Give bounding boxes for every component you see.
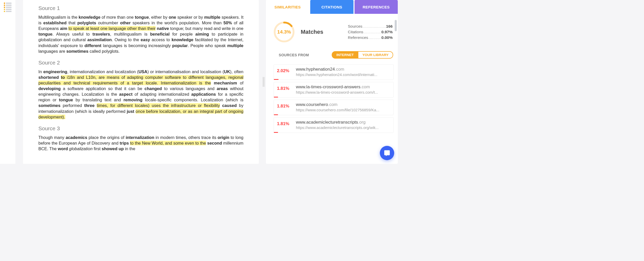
source-domain: www.coursehero.com: [296, 102, 390, 107]
match-ring: 14.3%: [273, 21, 295, 43]
match-stats: Sources ........................ 166 Cit…: [348, 24, 393, 40]
stat-citations: Citations ........................ 0.97%: [348, 30, 393, 34]
source-pct: 1.81%: [277, 102, 292, 112]
outline-icon[interactable]: [3, 2, 13, 11]
source-pct: 2.02%: [277, 67, 292, 77]
match-pct: 14.3%: [273, 21, 295, 43]
stat-value: 0.97%: [381, 30, 393, 34]
match-summary: 14.3% Matches Sources ..................…: [266, 14, 398, 49]
source-body: Though many academics place the origins …: [38, 135, 243, 151]
source-body: In engineering, internationalization and…: [38, 69, 243, 120]
app-root: Source 1Multilingualism is the knowledge…: [0, 0, 399, 164]
document-viewer: Source 1Multilingualism is the knowledge…: [23, 0, 259, 164]
source-item[interactable]: 1.81%www.academiclecturetranscripts.orgh…: [274, 117, 394, 133]
tab-references[interactable]: REFERENCES: [355, 0, 398, 14]
source-domain: www.academiclecturetranscripts.org: [296, 120, 390, 125]
source-heading: Source 1: [38, 5, 243, 11]
source-heading: Source 3: [38, 125, 243, 132]
tab-bar: SIMILARITIES CITATIONS REFERENCES: [266, 0, 398, 14]
sources-from-bar: SOURCES FROM INTERNET YOUR LIBRARY: [266, 49, 398, 62]
stat-value: 0.00%: [381, 35, 393, 40]
source-item[interactable]: 1.81%www.la-times-crossword-answers.comh…: [274, 82, 394, 97]
stat-label: Sources: [348, 24, 362, 29]
source-item[interactable]: 1.81%www.coursehero.comhttps://www.cours…: [274, 100, 394, 115]
source-url: https://www.academiclecturetranscripts.o…: [296, 125, 390, 130]
source-body: Multilingualism is the knowledge of more…: [38, 14, 243, 54]
stat-sources: Sources ........................ 166: [348, 24, 393, 29]
source-item[interactable]: 2.02%www.hyphenation24.comhttps://www.hy…: [274, 64, 394, 80]
pill-your-library[interactable]: YOUR LIBRARY: [358, 51, 393, 59]
stat-label: References: [348, 35, 368, 40]
pill-internet[interactable]: INTERNET: [332, 51, 358, 59]
source-url: https://www.hyphenation24.com/word/inter…: [296, 72, 390, 77]
panel-resize-handle[interactable]: [261, 0, 266, 164]
source-pct: 1.81%: [277, 84, 292, 94]
source-pct: 1.81%: [277, 120, 292, 130]
stat-label: Citations: [348, 30, 363, 34]
stat-references: References ........................ 0.00…: [348, 35, 393, 40]
source-heading: Source 2: [38, 60, 243, 66]
source-url: https://www.coursehero.com/file/10275685…: [296, 108, 390, 112]
tab-similarities[interactable]: SIMILARITIES: [266, 0, 309, 14]
stat-value: 166: [386, 24, 393, 29]
left-rail: [0, 0, 15, 164]
source-url: https://www.la-times-crossword-answers.c…: [296, 90, 390, 94]
scrollbar-thumb[interactable]: [395, 20, 397, 31]
tab-citations[interactable]: CITATIONS: [310, 0, 353, 14]
chat-fab[interactable]: [380, 146, 394, 160]
report-panel: SIMILARITIES CITATIONS REFERENCES 14.3% …: [266, 0, 398, 164]
chat-icon: [384, 150, 390, 156]
source-list: 2.02%www.hyphenation24.comhttps://www.hy…: [266, 62, 398, 133]
source-domain: www.la-times-crossword-answers.com: [296, 84, 390, 90]
source-filter-pills: INTERNET YOUR LIBRARY: [332, 51, 393, 59]
source-domain: www.hyphenation24.com: [296, 67, 390, 72]
sources-from-label: SOURCES FROM: [279, 53, 309, 57]
matches-label: Matches: [301, 29, 323, 35]
